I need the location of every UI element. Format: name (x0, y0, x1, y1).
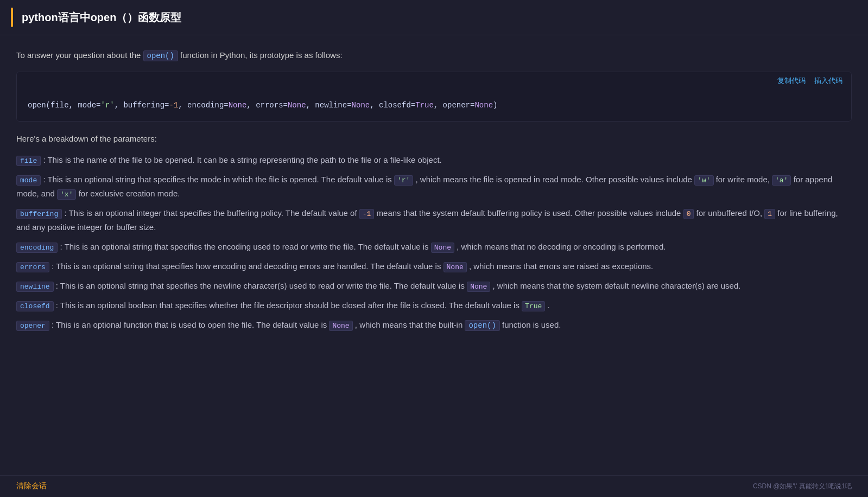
param-desc-errors-2: , which means that errors are raised as … (469, 262, 653, 271)
code-block-body: open(file, mode='r', buffering=-1, encod… (17, 90, 851, 121)
intro-text-after: function in Python, its prototype is as … (180, 50, 342, 60)
code-keyword-none1: None (229, 101, 247, 110)
param-open-link: open() (465, 320, 499, 331)
param-tag-closefd: closefd (16, 301, 54, 311)
code-keyword-none4: None (474, 101, 493, 110)
param-block-opener: opener : This is an optional function th… (16, 318, 852, 333)
param-none-newline: None (467, 282, 490, 292)
param-tag-errors: errors (16, 262, 49, 272)
param-block-closefd: closefd : This is an optional boolean th… (16, 298, 852, 313)
code-param-newline: , newline= (306, 101, 352, 110)
header: python语言中open（）函数原型 (0, 0, 868, 35)
param-desc-mode-3: for write mode, (716, 175, 772, 184)
insert-code-button[interactable]: 插入代码 (814, 75, 842, 87)
open-function-inline-code: open() (143, 50, 178, 61)
header-accent-bar (11, 8, 13, 27)
param-desc-mode-1: : This is an optional string that specif… (43, 175, 394, 184)
param-desc-encoding-1: : This is an optional string that specif… (60, 242, 431, 251)
code-param-buffering: , buffering= (115, 101, 169, 110)
code-keyword-none2: None (288, 101, 306, 110)
param-tag-file: file (16, 156, 41, 166)
code-open-fn: open( (28, 101, 50, 110)
param-none-encoding: None (431, 243, 454, 253)
param-block-errors: errors : This is an optional string that… (16, 259, 852, 273)
code-param-opener: , opener= (434, 101, 475, 110)
code-param-file: file, mode= (50, 101, 100, 110)
param-desc-newline-1: : This is an optional string that specif… (56, 281, 467, 290)
param-tag-encoding: encoding (16, 243, 58, 253)
footer-bar: 清除会话 CSDN @如果'\' 真能转义1吧说1吧 (0, 475, 868, 497)
code-keyword-true: True (415, 101, 434, 110)
param-tag-newline: newline (16, 282, 54, 292)
breakdown-title: Here's a breakdown of the parameters: (16, 132, 852, 145)
param-tag-opener: opener (16, 321, 49, 331)
param-true-closefd: True (522, 301, 545, 311)
page-title: python语言中open（）函数原型 (22, 9, 181, 26)
param-desc-opener-2: , which means that the built-in (355, 320, 465, 329)
param-desc-closefd-2: . (547, 301, 549, 310)
param-desc-errors-1: : This is an optional string that specif… (52, 262, 443, 271)
param-desc-newline-2: , which means that the system default ne… (493, 281, 741, 290)
param-desc-buffering-3: for unbuffered I/O, (696, 208, 765, 218)
param-num-1: 1 (764, 209, 775, 219)
code-number-neg1: -1 (169, 101, 178, 110)
param-tag-mode: mode (16, 175, 41, 186)
param-desc-opener-1: : This is an optional function that is u… (52, 320, 329, 329)
param-desc-opener-3: function is used. (502, 320, 561, 329)
param-val-r: 'r' (394, 175, 413, 186)
copy-code-button[interactable]: 复制代码 (777, 75, 806, 87)
param-val-x: 'x' (57, 189, 76, 200)
code-param-errors: , errors= (246, 101, 288, 110)
param-val-a: 'a' (772, 175, 791, 186)
main-content: To answer your question about the open()… (0, 35, 868, 381)
code-block-wrapper: 复制代码 插入代码 open(file, mode='r', buffering… (16, 72, 852, 122)
footer-watermark: CSDN @如果'\' 真能转义1吧说1吧 (753, 481, 852, 492)
clear-chat-button[interactable]: 清除会话 (16, 481, 47, 491)
code-keyword-none3: None (352, 101, 370, 110)
param-num-neg1: -1 (359, 209, 375, 219)
param-desc-file: : This is the name of the file to be ope… (43, 155, 441, 164)
param-none-opener: None (329, 321, 352, 331)
page-container: python语言中open（）函数原型 To answer your quest… (0, 0, 868, 497)
param-block-file: file : This is the name of the file to b… (16, 153, 852, 167)
param-desc-mode-5: for exclusive creation mode. (79, 189, 180, 198)
intro-paragraph: To answer your question about the open()… (16, 48, 852, 63)
code-param-encoding: , encoding= (178, 101, 228, 110)
param-num-0: 0 (683, 209, 694, 219)
param-block-newline: newline : This is an optional string tha… (16, 279, 852, 293)
param-block-mode: mode : This is an optional string that s… (16, 173, 852, 201)
intro-text-before: To answer your question about the (16, 50, 141, 60)
param-tag-buffering: buffering (16, 209, 62, 219)
param-block-encoding: encoding : This is an optional string th… (16, 240, 852, 254)
param-desc-buffering-2: means that the system default buffering … (377, 208, 683, 218)
param-none-errors: None (443, 262, 467, 272)
code-close-paren: ) (493, 101, 497, 110)
param-block-buffering: buffering : This is an optional integer … (16, 206, 852, 234)
param-desc-encoding-2: , which means that no decoding or encodi… (457, 242, 666, 251)
param-desc-closefd-1: : This is an optional boolean that speci… (56, 301, 522, 310)
code-param-closefd: , closefd= (370, 101, 415, 110)
code-string-r: 'r' (100, 101, 114, 110)
code-block-toolbar: 复制代码 插入代码 (17, 72, 851, 90)
param-desc-mode-2: , which means the file is opened in read… (415, 175, 694, 184)
param-desc-buffering-1: : This is an optional integer that speci… (64, 208, 359, 218)
param-val-w: 'w' (694, 175, 713, 186)
